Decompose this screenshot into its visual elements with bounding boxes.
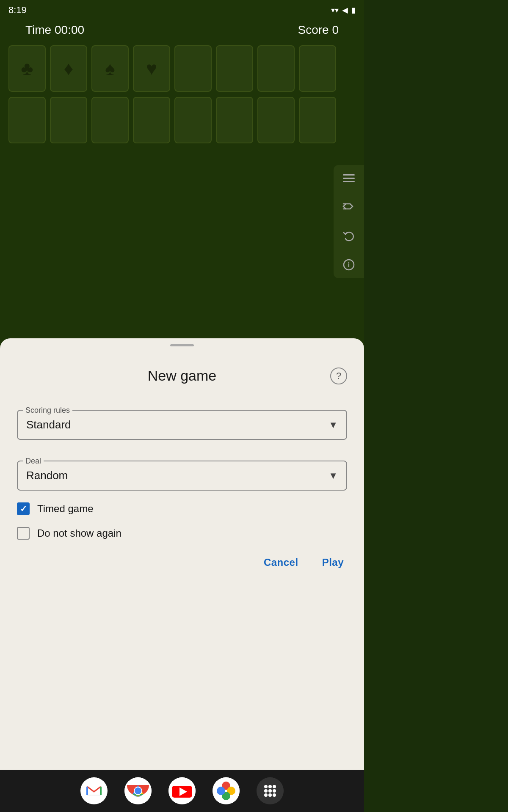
action-row: Cancel Play: [17, 551, 347, 573]
sheet-header: New game ?: [17, 368, 347, 384]
time-display: Time 00:00: [25, 23, 84, 37]
photos-app-icon[interactable]: [213, 777, 240, 804]
help-icon: ?: [336, 370, 341, 381]
status-icons: ▾▾ ◀ ▮: [331, 5, 356, 15]
card-empty-6[interactable]: [216, 45, 253, 92]
do-not-show-checkbox[interactable]: [17, 527, 30, 540]
card-r2-4[interactable]: [133, 97, 170, 143]
timed-game-checkbox[interactable]: [17, 502, 30, 515]
card-row-1: ♣ ♦ ♠ ♥: [0, 45, 364, 92]
gmail-app-icon[interactable]: [80, 777, 108, 804]
svg-rect-0: [343, 174, 355, 176]
card-r2-1[interactable]: [8, 97, 46, 143]
menu-button[interactable]: [340, 170, 357, 187]
card-r2-8[interactable]: [299, 97, 336, 143]
svg-rect-2: [343, 181, 355, 182]
game-area: Time 00:00 Score 0 ♣ ♦ ♠ ♥: [0, 0, 364, 355]
dialog-title: New game: [148, 368, 217, 384]
svg-point-23: [268, 789, 272, 793]
svg-point-26: [268, 793, 272, 797]
wifi-icon: ▾▾: [331, 5, 339, 15]
status-bar: 8:19 ▾▾ ◀ ▮: [0, 0, 364, 20]
shuffle-button[interactable]: [340, 199, 357, 216]
bottom-sheet: New game ? Scoring rules Standard ▼ Deal…: [0, 338, 364, 770]
deal-dropdown[interactable]: Random ▼: [17, 461, 347, 491]
scoring-rules-value: Standard: [26, 418, 71, 431]
svg-point-27: [273, 793, 276, 797]
card-empty-5[interactable]: [174, 45, 212, 92]
chrome-app-icon[interactable]: [124, 777, 152, 804]
apps-app-icon[interactable]: [257, 777, 284, 804]
timed-game-row[interactable]: Timed game: [17, 502, 347, 515]
svg-point-9: [135, 787, 141, 794]
card-clubs[interactable]: ♣: [8, 45, 46, 92]
play-button[interactable]: Play: [319, 551, 347, 573]
svg-point-25: [264, 793, 268, 797]
card-spades[interactable]: ♠: [91, 45, 129, 92]
svg-point-21: [273, 785, 276, 788]
svg-point-24: [273, 789, 276, 793]
taskbar: [0, 770, 364, 812]
youtube-app-icon[interactable]: [168, 777, 196, 804]
card-empty-8[interactable]: [299, 45, 336, 92]
card-r2-6[interactable]: [216, 97, 253, 143]
do-not-show-label: Do not show again: [37, 527, 121, 539]
status-time: 8:19: [8, 5, 27, 16]
card-diamonds[interactable]: ♦: [50, 45, 87, 92]
battery-icon: ▮: [351, 5, 356, 15]
deal-arrow: ▼: [329, 470, 338, 481]
info-button[interactable]: i: [340, 256, 357, 273]
svg-point-20: [268, 785, 272, 788]
signal-icon: ◀: [342, 5, 348, 15]
scoring-rules-arrow: ▼: [329, 420, 338, 431]
scoring-rules-group: Scoring rules Standard ▼: [17, 401, 347, 440]
side-buttons: i: [334, 165, 364, 278]
sheet-handle: [170, 344, 194, 346]
help-button[interactable]: ?: [330, 368, 347, 384]
do-not-show-row[interactable]: Do not show again: [17, 527, 347, 540]
deal-group: Deal Random ▼: [17, 452, 347, 491]
card-r2-7[interactable]: [257, 97, 295, 143]
timed-game-label: Timed game: [37, 503, 94, 515]
svg-point-19: [264, 785, 268, 788]
deal-value: Random: [26, 469, 68, 482]
undo-button[interactable]: [340, 228, 357, 244]
scoring-rules-label: Scoring rules: [23, 406, 72, 415]
card-r2-3[interactable]: [91, 97, 129, 143]
cancel-button[interactable]: Cancel: [260, 551, 302, 573]
card-r2-5[interactable]: [174, 97, 212, 143]
svg-text:i: i: [348, 261, 350, 269]
svg-point-13: [213, 777, 240, 804]
card-r2-2[interactable]: [50, 97, 87, 143]
score-display: Score 0: [298, 23, 339, 37]
svg-point-17: [217, 787, 225, 795]
svg-point-22: [264, 789, 268, 793]
svg-rect-1: [343, 178, 355, 179]
card-empty-7[interactable]: [257, 45, 295, 92]
card-row-2: [0, 97, 364, 143]
deal-label: Deal: [23, 457, 44, 466]
card-hearts[interactable]: ♥: [133, 45, 170, 92]
